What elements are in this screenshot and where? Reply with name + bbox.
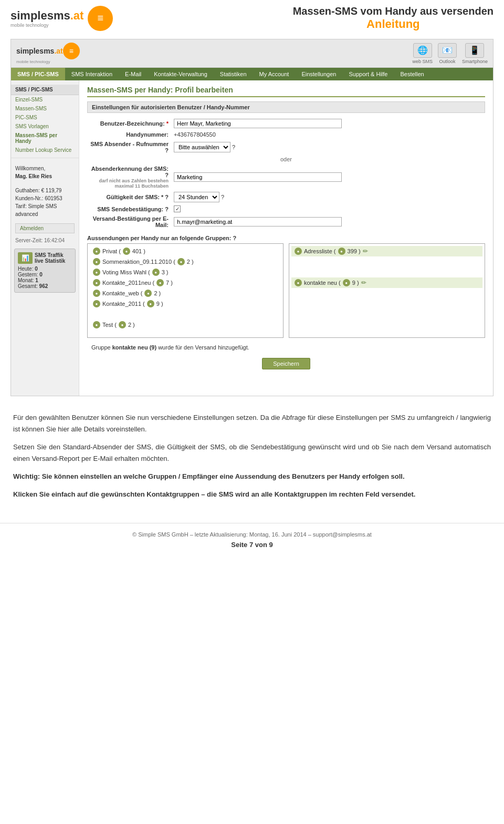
- sidebar-item-pic-sms[interactable]: PIC-SMS: [11, 113, 79, 122]
- welcome-name: Mag. Elke Ries: [15, 173, 52, 179]
- edit-icon-kontakte-neu[interactable]: ✏: [361, 279, 366, 286]
- text-para3: Wichtig: Sie können einstellen an welche…: [13, 471, 491, 482]
- group-icon-adressliste: ●: [295, 248, 302, 255]
- nav-einstellungen[interactable]: Einstellungen: [295, 68, 342, 80]
- sidebar-item-einzel-sms[interactable]: Einzel-SMS: [11, 95, 79, 104]
- save-button[interactable]: Speichern: [262, 358, 310, 369]
- nav-email[interactable]: E-Mail: [119, 68, 148, 80]
- versand-input[interactable]: [174, 217, 342, 226]
- group-item-kontakte-neu[interactable]: ● kontakte neu ( ● 9 ) ✏: [291, 277, 482, 288]
- absenderkennung-label: Absenderkennung der SMS: ? darf nicht au…: [87, 163, 171, 190]
- group-icon-kontakte2011b: ●: [93, 300, 100, 307]
- absenderkennung-input[interactable]: [174, 172, 342, 182]
- edit-icon-adressliste[interactable]: ✏: [363, 248, 368, 255]
- sidebar-item-sms-vorlagen[interactable]: SMS Vorlagen: [11, 122, 79, 131]
- group-item-kontakte-web[interactable]: ● Kontakte_web ( ● 2 ): [90, 288, 281, 298]
- browser-right-icons: 🌐 web SMS 📧 Outlook 📱 Smartphone: [412, 43, 488, 64]
- outlook-label: Outlook: [439, 59, 455, 64]
- group-item-kontakte2011b[interactable]: ● Kontakte_2011 ( ● 9 ): [90, 298, 281, 309]
- footer-copyright: © Simple SMS GmbH – letzte Aktualisierun…: [8, 531, 496, 538]
- group-item-test[interactable]: ● Test ( ● 2 ): [90, 320, 281, 330]
- absenderkennung-hint2: maximal 11 Buchstaben: [90, 183, 169, 189]
- absender-value-cell: Bitte auswählen ?: [171, 139, 485, 155]
- group-item-kontakte2011[interactable]: ● Kontakte_2011neu ( ● 7 ): [90, 277, 281, 288]
- benutzer-value-cell: [171, 117, 485, 130]
- benutzer-input[interactable]: [174, 119, 342, 128]
- outlook-icon-btn[interactable]: 📧 Outlook: [438, 43, 457, 64]
- group-icon-privat: ●: [93, 248, 100, 255]
- sidebar-section-title: SMS / PIC-SMS: [11, 85, 79, 95]
- gueltigkeit-help-icon[interactable]: ?: [221, 194, 224, 200]
- absender-select[interactable]: Bitte auswählen: [174, 142, 230, 152]
- nav-statistiken[interactable]: Statistiken: [214, 68, 253, 80]
- sidebar: SMS / PIC-SMS Einzel-SMS Massen-SMS PIC-…: [11, 80, 79, 396]
- group-item-adressliste[interactable]: ● Adressliste ( ● 399 ) ✏: [291, 246, 482, 256]
- group-count-kontakte2011: ●: [156, 279, 164, 286]
- status-message: Gruppe kontakte neu (9) wurde für den Ve…: [87, 342, 485, 353]
- nav-kontakte[interactable]: Kontakte-Verwaltung: [148, 68, 214, 80]
- group-item-voting[interactable]: ● Voting Miss Wahl ( ● 3 ): [90, 267, 281, 277]
- sende-checkbox[interactable]: ✓: [174, 205, 181, 212]
- smartphone-icon-btn[interactable]: 📱 Smartphone: [462, 43, 488, 64]
- page-sub-title: Anleitung: [293, 17, 494, 31]
- group-name-test: Test (: [102, 322, 117, 328]
- sidebar-stats-header: 📊 SMS Traffik live Statistik: [18, 252, 72, 264]
- text-para4: Klicken Sie einfach auf die gewünschten …: [13, 489, 491, 500]
- group-item-privat[interactable]: ● Privat ( ● 401 ): [90, 246, 281, 256]
- groups-label: Aussendungen per Handy nur an folgende G…: [87, 235, 485, 241]
- group-name-kontakte2011: Kontakte_2011neu (: [102, 280, 154, 286]
- stats-today-label: Heute:: [18, 266, 33, 272]
- nav-my-account[interactable]: My Account: [253, 68, 296, 80]
- group-count-privat: ●: [123, 248, 130, 255]
- form-row-absenderkennung: Absenderkennung der SMS: ? darf nicht au…: [87, 163, 485, 190]
- absenderkennung-hint1: darf nicht aus Zahlen bestehen: [90, 178, 169, 183]
- sidebar-item-massen-sms-handy[interactable]: Massen-SMS per Handy: [11, 131, 79, 146]
- text-para2: Setzen Sie den Standard-Absender der SMS…: [13, 441, 491, 465]
- nav-sms-pic-sms[interactable]: SMS / PIC-SMS: [11, 68, 65, 80]
- form-row-oder: oder: [87, 155, 485, 163]
- group-name-sommer: Sommeraktion_09.11.2010 (: [102, 259, 175, 265]
- stats-month-row: Monat: 1: [18, 277, 72, 283]
- page-footer: © Simple SMS GmbH – letzte Aktualisierun…: [0, 523, 504, 557]
- stats-total-value: 962: [39, 283, 48, 289]
- groups-right-panel: ● Adressliste ( ● 399 ) ✏ ● kontakte neu…: [289, 243, 485, 338]
- form-table: Benutzer-Bezeichnung: * Handynummer: +43…: [87, 117, 485, 230]
- sidebar-item-number-lookup[interactable]: Number Lookup Service: [11, 146, 79, 154]
- nav-sms-interaktion[interactable]: SMS Interaktion: [65, 68, 119, 80]
- sidebar-divider-1: [11, 158, 79, 158]
- smartphone-icon: 📱: [465, 43, 484, 58]
- save-btn-row: Speichern: [87, 358, 485, 369]
- groups-layout: ● Privat ( ● 401 ) ● Sommeraktion_09.11.…: [87, 243, 485, 338]
- text-para1: Für den gewählten Benutzer können Sie nu…: [13, 412, 491, 435]
- time-label: Server-Zeit:: [15, 238, 43, 243]
- sidebar-logout-btn[interactable]: Abmelden: [15, 223, 75, 233]
- web-sms-icon-btn[interactable]: 🌐 web SMS: [412, 43, 433, 64]
- screenshot-container: simplesms.at ≡ mobile technology 🌐 web S…: [10, 39, 494, 396]
- group-name-privat: Privat (: [102, 248, 121, 254]
- time-value: 16:42:04: [44, 238, 65, 243]
- group-icon-kontakte-web: ●: [93, 290, 100, 297]
- form-row-handy: Handynummer: +436767804550: [87, 130, 485, 139]
- absender-help-icon[interactable]: ?: [232, 144, 235, 150]
- sidebar-welcome: Willkommen, Mag. Elke Ries: [11, 161, 79, 183]
- outlook-icon: 📧: [438, 43, 457, 58]
- sidebar-item-massen-sms[interactable]: Massen-SMS: [11, 104, 79, 113]
- group-name-voting: Voting Miss Wahl (: [102, 269, 150, 275]
- nav-bestellen[interactable]: Bestellen: [394, 68, 430, 80]
- nav-support[interactable]: Support & Hilfe: [342, 68, 394, 80]
- group-name-kontakte-web: Kontakte_web (: [102, 290, 142, 296]
- gueltigkeit-select[interactable]: 24 Stunden: [174, 192, 219, 202]
- footer-page-num: Seite 7 von 9: [8, 541, 496, 549]
- benutzer-label: Benutzer-Bezeichnung: *: [87, 117, 171, 130]
- form-row-benutzer: Benutzer-Bezeichnung: *: [87, 117, 485, 130]
- form-subtitle: Einstellungen für autorisierten Benutzer…: [87, 101, 485, 113]
- groups-left-panel: ● Privat ( ● 401 ) ● Sommeraktion_09.11.…: [87, 243, 284, 338]
- group-item-sommer[interactable]: ● Sommeraktion_09.11.2010 ( ● 2 ): [90, 256, 281, 267]
- group-name-kontakte2011b: Kontakte_2011 (: [102, 301, 145, 307]
- logo-icon: ≡: [88, 6, 113, 31]
- stats-title-line2: live Statistik: [35, 258, 65, 264]
- main-content: SMS / PIC-SMS Einzel-SMS Massen-SMS PIC-…: [11, 80, 493, 396]
- sidebar-account-info: Guthaben: € 119,79 Kunden-Nr.: 601953 Ta…: [11, 183, 79, 221]
- sende-label: SMS Sendebestätigung: ?: [87, 204, 171, 214]
- welcome-line1: Willkommen,: [15, 166, 45, 171]
